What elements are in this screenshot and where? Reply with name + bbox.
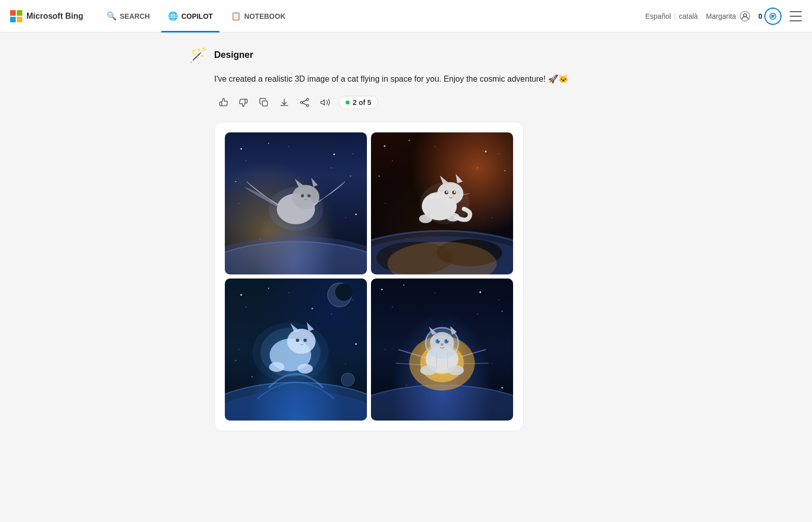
svg-point-0 <box>743 14 747 17</box>
nav-notebook[interactable]: 📋 NOTEBOOK <box>224 0 292 32</box>
svg-point-56 <box>303 338 307 341</box>
nav-notebook-label: NOTEBOOK <box>244 12 285 20</box>
page-indicator-text: 2 of 5 <box>353 98 371 107</box>
svg-point-92 <box>480 291 481 293</box>
thumbs-down-button[interactable] <box>234 93 253 112</box>
image-3[interactable] <box>225 279 367 421</box>
svg-point-74 <box>430 332 454 354</box>
user-icon[interactable] <box>740 11 750 21</box>
svg-point-42 <box>485 151 487 152</box>
brand-name: Microsoft Bing <box>26 12 83 21</box>
share-button[interactable] <box>295 93 314 112</box>
svg-point-46 <box>335 284 353 301</box>
svg-point-83 <box>441 343 443 346</box>
coins-count: 0 <box>758 12 762 20</box>
svg-point-52 <box>287 329 316 354</box>
svg-point-18 <box>350 176 351 177</box>
svg-point-81 <box>438 340 439 341</box>
svg-point-89 <box>448 365 464 375</box>
svg-point-60 <box>268 288 269 289</box>
svg-point-16 <box>268 143 269 144</box>
svg-point-14 <box>268 187 323 231</box>
svg-rect-2 <box>262 101 267 106</box>
svg-point-41 <box>409 140 410 141</box>
svg-marker-31 <box>456 174 463 183</box>
navbar: Microsoft Bing 🔍 SEARCH 🌐 COPILOT 📋 NOTE… <box>0 0 812 32</box>
svg-point-44 <box>379 176 380 177</box>
lang2-label: català <box>679 12 698 20</box>
svg-point-51 <box>252 322 329 382</box>
main-content: 🪄 Designer I've created a realistic 3D i… <box>178 32 634 443</box>
svg-point-59 <box>241 294 242 296</box>
user-section: Margarita <box>706 11 750 21</box>
microsoft-logo <box>10 10 22 22</box>
svg-point-62 <box>252 376 253 377</box>
svg-point-93 <box>501 311 502 312</box>
message-text: I've created a realistic 3D image of a c… <box>188 73 624 85</box>
svg-point-20 <box>355 214 357 215</box>
designer-header: 🪄 Designer <box>188 45 624 65</box>
svg-point-43 <box>504 170 505 171</box>
svg-point-57 <box>269 362 284 372</box>
svg-point-15 <box>241 148 242 150</box>
page-dot <box>346 100 350 105</box>
copy-button[interactable] <box>255 93 273 112</box>
hamburger-menu[interactable] <box>790 11 802 21</box>
svg-point-90 <box>381 289 383 290</box>
brand-logo[interactable]: Microsoft Bing <box>10 10 83 22</box>
svg-point-55 <box>296 338 299 341</box>
svg-point-64 <box>235 360 236 361</box>
image-grid-container <box>214 122 524 431</box>
svg-marker-10 <box>295 179 304 187</box>
svg-point-63 <box>355 343 357 345</box>
nav-copilot-label: COPILOT <box>181 12 213 20</box>
svg-point-91 <box>403 285 404 286</box>
svg-point-39 <box>420 183 469 224</box>
username-label: Margarita <box>706 12 736 20</box>
svg-point-61 <box>312 308 313 309</box>
image-4[interactable] <box>371 279 513 421</box>
svg-marker-11 <box>311 178 318 187</box>
designer-avatar: 🪄 <box>188 45 208 65</box>
designer-name: Designer <box>214 50 253 60</box>
lang1-label: Español <box>645 12 671 20</box>
audio-button[interactable] <box>316 93 334 112</box>
action-bar: 2 of 5 <box>188 93 624 112</box>
coins-badge: 0 <box>758 8 782 25</box>
language-selector[interactable]: Español | català <box>645 12 698 20</box>
svg-point-88 <box>420 365 436 375</box>
nav-search-label: SEARCH <box>120 12 150 20</box>
svg-point-58 <box>297 364 313 373</box>
nav-search[interactable]: 🔍 SEARCH <box>99 0 157 32</box>
nav-copilot[interactable]: 🌐 COPILOT <box>161 0 220 32</box>
copilot-icon: 🌐 <box>168 11 178 21</box>
svg-point-17 <box>333 153 335 155</box>
svg-point-19 <box>235 181 236 182</box>
svg-point-82 <box>447 340 448 341</box>
image-grid <box>225 132 513 421</box>
nav-right: Español | català Margarita 0 <box>645 8 802 25</box>
search-icon: 🔍 <box>107 11 117 21</box>
thumbs-up-button[interactable] <box>214 93 232 112</box>
lang-divider: | <box>674 12 676 20</box>
download-button[interactable] <box>275 93 293 112</box>
image-1[interactable] <box>225 132 367 274</box>
svg-point-40 <box>384 145 385 147</box>
svg-point-65 <box>341 373 354 386</box>
page-indicator[interactable]: 2 of 5 <box>339 96 378 109</box>
svg-point-7 <box>225 236 367 274</box>
coin-icon[interactable] <box>764 8 782 25</box>
svg-point-94 <box>501 387 503 389</box>
notebook-icon: 📋 <box>231 11 241 21</box>
image-2[interactable] <box>371 132 513 274</box>
